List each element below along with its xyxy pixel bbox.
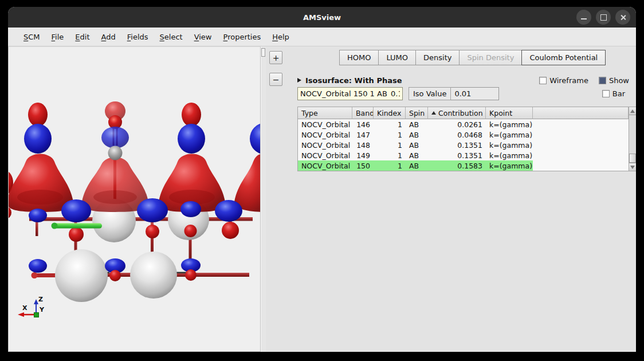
expander-collapsed-icon[interactable]: [297, 78, 301, 83]
menu-add[interactable]: Add: [100, 30, 117, 44]
close-icon: [620, 14, 626, 21]
scroll-up-button[interactable]: [629, 107, 636, 115]
table-row[interactable]: NOCV_Orbital: [298, 119, 352, 130]
tab-homo[interactable]: HOMO: [339, 50, 379, 65]
column-header-contribution[interactable]: Contribution: [428, 107, 486, 119]
orbital-table: Type Band Kindex Spin Contribution Kpoin…: [297, 107, 636, 171]
isosurface-settings-row: NOCV_Orbital 150 1 AB 0.1 Iso Value 0.01…: [297, 87, 629, 100]
menu-select[interactable]: Select: [158, 30, 184, 44]
highlighted-bond[interactable]: [52, 223, 103, 229]
scroll-down-button[interactable]: [629, 163, 636, 171]
column-header-filler: [533, 107, 629, 119]
iso-value-input[interactable]: 0.01: [451, 87, 499, 100]
orbital-select-field[interactable]: NOCV_Orbital 150 1 AB 0.1: [297, 87, 403, 100]
sort-ascending-icon: [431, 111, 436, 115]
column-header-kindex[interactable]: Kindex: [374, 107, 406, 119]
axis-label-x: X: [22, 304, 28, 312]
menu-edit[interactable]: Edit: [73, 30, 91, 44]
remove-field-button[interactable]: −: [269, 73, 282, 86]
maximize-button[interactable]: [596, 10, 611, 25]
minimize-icon: [581, 18, 587, 19]
bar-checkbox[interactable]: Bar: [602, 89, 625, 98]
table-row[interactable]: NOCV_Orbital: [298, 140, 352, 150]
show-label: Show: [609, 76, 629, 85]
add-field-button[interactable]: +: [269, 51, 282, 64]
close-button[interactable]: [615, 10, 630, 25]
wireframe-checkbox-box[interactable]: [539, 77, 547, 84]
bar-checkbox-box[interactable]: [602, 90, 610, 97]
isosurface-scene: X Y Z: [9, 47, 260, 351]
table-row-selected[interactable]: NOCV_Orbital: [298, 160, 352, 171]
isosurface-header-row: Isosurface: With Phase Wireframe Show: [297, 75, 629, 85]
carbon-atom: [108, 146, 123, 160]
wireframe-label: Wireframe: [549, 76, 588, 85]
column-header-kpoint[interactable]: Kpoint: [486, 107, 533, 119]
iso-value-label: Iso Value: [409, 87, 451, 100]
axis-triad: X Y Z: [18, 296, 45, 317]
table-row[interactable]: NOCV_Orbital: [298, 150, 352, 160]
menu-help[interactable]: Help: [270, 30, 291, 44]
molecule-viewport[interactable]: X Y Z: [8, 46, 261, 352]
maximize-icon: [600, 14, 607, 21]
splitter-grip[interactable]: [261, 48, 265, 57]
scroll-up-icon: [630, 109, 635, 113]
scroll-down-icon: [630, 166, 635, 169]
tab-lumo[interactable]: LUMO: [378, 50, 416, 65]
menu-view[interactable]: View: [193, 30, 214, 44]
axis-label-z: Z: [38, 296, 43, 303]
menu-properties[interactable]: Properties: [222, 30, 263, 44]
show-checkbox-box[interactable]: [599, 77, 606, 84]
tab-spin-density: Spin Density: [459, 50, 522, 65]
isosurface-title: Isosurface: With Phase: [305, 76, 402, 85]
amsview-window: AMSview SCM File Edit Add Fields Select …: [8, 7, 636, 352]
column-header-band[interactable]: Band: [352, 107, 374, 119]
column-header-spin[interactable]: Spin: [406, 107, 428, 119]
menubar: SCM File Edit Add Fields Select View Pro…: [8, 28, 636, 46]
table-scrollbar[interactable]: [629, 107, 636, 171]
minimize-button[interactable]: [576, 10, 591, 25]
table-row[interactable]: NOCV_Orbital: [298, 130, 352, 140]
orbital-select-value: NOCV_Orbital 150 1 AB: [300, 89, 387, 98]
co-molecule: [101, 101, 129, 160]
fields-panel: + HOMO LUMO Density Spin Density Coulomb…: [266, 46, 636, 352]
scrollbar-thumb[interactable]: [629, 154, 636, 163]
show-checkbox[interactable]: Show: [599, 76, 629, 85]
titlebar[interactable]: AMSview: [8, 7, 636, 28]
window-controls: [576, 10, 630, 25]
wireframe-checkbox[interactable]: Wireframe: [539, 76, 588, 85]
desktop-background: AMSview SCM File Edit Add Fields Select …: [0, 0, 644, 361]
menu-file[interactable]: File: [50, 30, 66, 44]
orbital-select-value-overflow: 0.1: [391, 89, 400, 98]
column-header-type[interactable]: Type: [298, 107, 352, 119]
axis-label-y: Y: [39, 306, 45, 313]
bar-label: Bar: [612, 89, 625, 98]
tab-density[interactable]: Density: [415, 50, 460, 65]
menu-scm[interactable]: SCM: [22, 30, 42, 44]
field-tabs: HOMO LUMO Density Spin Density Coulomb P…: [340, 50, 606, 65]
menu-fields[interactable]: Fields: [125, 30, 150, 44]
y-axis-marker: [34, 313, 39, 317]
window-title: AMSview: [303, 13, 341, 22]
tab-coulomb-potential[interactable]: Coulomb Potential: [521, 50, 606, 65]
panel-splitter[interactable]: [261, 46, 266, 352]
